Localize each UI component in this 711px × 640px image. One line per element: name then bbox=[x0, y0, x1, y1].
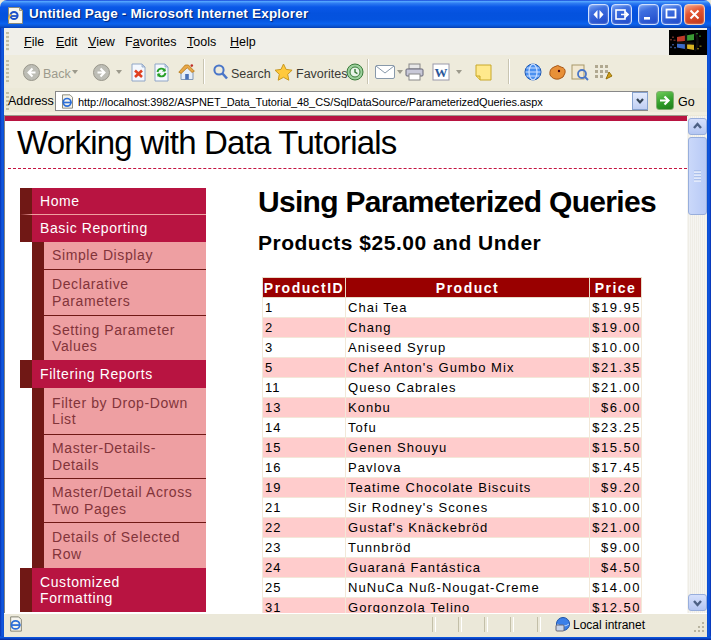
svg-text:W: W bbox=[435, 65, 448, 80]
